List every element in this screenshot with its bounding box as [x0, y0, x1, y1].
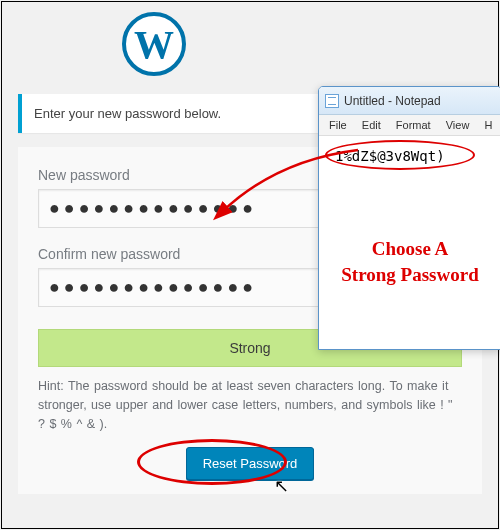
- strength-label: Strong: [229, 340, 270, 356]
- wordpress-logo-icon: W: [122, 12, 186, 76]
- caption-line1: Choose A: [372, 238, 449, 259]
- annotation-ellipse-password: [325, 140, 475, 170]
- annotation-caption: Choose A Strong Password: [319, 236, 500, 287]
- notice-text: Enter your new password below.: [34, 106, 221, 121]
- notepad-body[interactable]: 1%dZ$@3v8Wqt) Choose A Strong Password: [319, 136, 500, 350]
- menu-view[interactable]: View: [440, 117, 476, 133]
- notepad-app-icon: [325, 94, 339, 108]
- notepad-menubar[interactable]: File Edit Format View H: [319, 115, 500, 136]
- reset-button-label: Reset Password: [203, 456, 298, 471]
- notepad-titlebar[interactable]: Untitled - Notepad: [319, 87, 500, 115]
- wordpress-logo: W: [2, 2, 498, 76]
- menu-file[interactable]: File: [323, 117, 353, 133]
- notepad-title: Untitled - Notepad: [344, 94, 495, 108]
- reset-password-button[interactable]: Reset Password: [186, 447, 315, 480]
- notepad-window: Untitled - Notepad File Edit Format View…: [318, 86, 500, 350]
- password-hint: Hint: The password should be at least se…: [38, 377, 462, 433]
- caption-line2: Strong Password: [341, 264, 478, 285]
- menu-format[interactable]: Format: [390, 117, 437, 133]
- menu-edit[interactable]: Edit: [356, 117, 387, 133]
- menu-help[interactable]: H: [478, 117, 498, 133]
